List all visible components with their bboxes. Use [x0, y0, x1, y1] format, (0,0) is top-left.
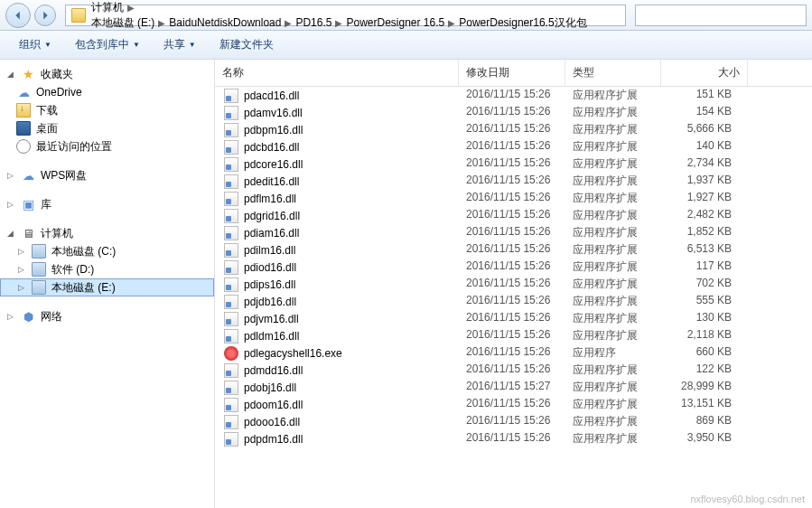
file-name: pdbpm16.dll	[244, 124, 303, 136]
collapse-icon[interactable]: ◢	[5, 229, 15, 239]
file-name: pdpdm16.dll	[244, 433, 303, 446]
file-type: 应用程序扩展	[565, 208, 661, 223]
sidebar-wps[interactable]: ▷☁WPS网盘	[0, 166, 214, 184]
chevron-right-icon: ▶	[333, 18, 344, 28]
share-button[interactable]: 共享▼	[154, 33, 206, 57]
file-name: pdmdd16.dll	[244, 364, 303, 377]
file-date: 2016/11/15 15:26	[459, 139, 565, 155]
file-row[interactable]: pdobj16.dll2016/11/15 15:27应用程序扩展28,999 …	[215, 379, 812, 396]
file-date: 2016/11/15 15:26	[459, 431, 565, 447]
sidebar-network[interactable]: ▷⬢网络	[0, 307, 214, 325]
dll-icon	[224, 260, 238, 275]
expand-icon[interactable]: ▷	[5, 312, 15, 322]
file-row[interactable]: pdamv16.dll2016/11/15 15:26应用程序扩展154 KB	[215, 104, 812, 121]
sidebar-recent[interactable]: 最近访问的位置	[0, 137, 214, 155]
expand-icon[interactable]: ▷	[5, 200, 15, 210]
file-row[interactable]: pdlegacyshell16.exe2016/11/15 15:26应用程序6…	[215, 344, 812, 362]
file-date: 2016/11/15 15:26	[459, 294, 565, 309]
sidebar-drive-d[interactable]: ▷软件 (D:)	[0, 260, 214, 278]
file-row[interactable]: pdbpm16.dll2016/11/15 15:26应用程序扩展5,666 K…	[215, 121, 812, 138]
file-name: pdips16.dll	[244, 278, 295, 291]
column-date[interactable]: 修改日期	[459, 60, 565, 86]
file-row[interactable]: pdjdb16.dll2016/11/15 15:26应用程序扩展555 KB	[215, 293, 812, 310]
column-type[interactable]: 类型	[565, 60, 661, 86]
file-row[interactable]: pdips16.dll2016/11/15 15:26应用程序扩展702 KB	[215, 276, 812, 293]
file-date: 2016/11/15 15:26	[459, 345, 565, 361]
dll-icon	[224, 312, 238, 326]
file-row[interactable]: pdacd16.dll2016/11/15 15:26应用程序扩展151 KB	[215, 87, 812, 104]
file-size: 555 KB	[661, 294, 748, 309]
breadcrumb-item[interactable]: 计算机	[89, 1, 126, 14]
new-folder-button[interactable]: 新建文件夹	[210, 33, 284, 57]
file-name: pdiam16.dll	[244, 227, 299, 240]
sidebar-computer[interactable]: ◢🖥计算机	[0, 224, 214, 242]
file-name: pdedit16.dll	[244, 175, 299, 188]
file-type: 应用程序扩展	[565, 259, 661, 275]
breadcrumb-item[interactable]: PowerDesigner16.5汉化包	[457, 16, 588, 29]
file-row[interactable]: pdcore16.dll2016/11/15 15:26应用程序扩展2,734 …	[215, 155, 812, 173]
sidebar-desktop[interactable]: 桌面	[0, 119, 214, 137]
network-icon: ⬢	[21, 309, 35, 324]
column-size[interactable]: 大小	[661, 60, 748, 86]
breadcrumb-item[interactable]: 本地磁盘 (E:)	[89, 16, 157, 29]
file-row[interactable]: pdgrid16.dll2016/11/15 15:26应用程序扩展2,482 …	[215, 207, 812, 224]
file-row[interactable]: pdiam16.dll2016/11/15 15:26应用程序扩展1,852 K…	[215, 224, 812, 241]
sidebar-downloads[interactable]: 下载	[0, 101, 214, 119]
file-row[interactable]: pdiod16.dll2016/11/15 15:26应用程序扩展117 KB	[215, 259, 812, 276]
file-date: 2016/11/15 15:26	[459, 277, 565, 292]
include-in-library-button[interactable]: 包含到库中▼	[65, 33, 150, 57]
breadcrumb-item[interactable]: BaiduNetdiskDownload	[167, 16, 283, 29]
sidebar-onedrive[interactable]: ☁OneDrive	[0, 83, 214, 101]
file-row[interactable]: pdmdd16.dll2016/11/15 15:26应用程序扩展122 KB	[215, 362, 812, 379]
dll-icon	[224, 278, 238, 292]
search-box[interactable]	[635, 5, 807, 26]
file-size: 1,927 KB	[661, 191, 748, 206]
file-date: 2016/11/15 15:26	[459, 311, 565, 326]
file-type: 应用程序扩展	[565, 362, 661, 378]
file-type: 应用程序扩展	[565, 277, 661, 292]
sidebar-libraries[interactable]: ▷▣库	[0, 195, 214, 213]
expand-icon[interactable]: ▷	[16, 247, 26, 257]
breadcrumb-item[interactable]: PowerDesigner 16.5	[344, 16, 446, 29]
expand-icon[interactable]: ▷	[16, 283, 26, 293]
organize-button[interactable]: 组织▼	[9, 33, 61, 57]
file-size: 151 KB	[661, 88, 748, 103]
file-date: 2016/11/15 15:26	[459, 191, 565, 206]
sidebar-favorites[interactable]: ◢★收藏夹	[0, 65, 214, 83]
breadcrumb-item[interactable]: PD16.5	[294, 16, 333, 29]
file-row[interactable]: pdcbd16.dll2016/11/15 15:26应用程序扩展140 KB	[215, 138, 812, 155]
breadcrumb-bar[interactable]: 计算机▶本地磁盘 (E:)▶BaiduNetdiskDownload▶PD16.…	[65, 5, 626, 26]
file-date: 2016/11/15 15:26	[459, 122, 565, 137]
nav-forward-button[interactable]	[34, 5, 56, 26]
file-date: 2016/11/15 15:26	[459, 328, 565, 343]
file-row[interactable]: pdoom16.dll2016/11/15 15:26应用程序扩展13,151 …	[215, 396, 812, 413]
file-row[interactable]: pdjvm16.dll2016/11/15 15:26应用程序扩展130 KB	[215, 310, 812, 327]
file-size: 869 KB	[661, 414, 748, 429]
file-row[interactable]: pdedit16.dll2016/11/15 15:26应用程序扩展1,937 …	[215, 173, 812, 190]
dll-icon	[224, 363, 238, 378]
file-row[interactable]: pdldm16.dll2016/11/15 15:26应用程序扩展2,118 K…	[215, 327, 812, 344]
column-name[interactable]: 名称	[215, 60, 459, 86]
file-date: 2016/11/15 15:26	[459, 242, 565, 258]
drive-icon	[32, 244, 46, 259]
expand-icon[interactable]: ▷	[5, 171, 15, 181]
file-row[interactable]: pdpdm16.dll2016/11/15 15:26应用程序扩展3,950 K…	[215, 430, 812, 447]
file-row[interactable]: pdooo16.dll2016/11/15 15:26应用程序扩展869 KB	[215, 413, 812, 430]
sidebar-drive-c[interactable]: ▷本地磁盘 (C:)	[0, 242, 214, 260]
expand-icon[interactable]: ▷	[16, 265, 26, 275]
file-row[interactable]: pdflm16.dll2016/11/15 15:26应用程序扩展1,927 K…	[215, 190, 812, 207]
file-name: pdacd16.dll	[244, 89, 299, 102]
chevron-right-icon: ▶	[126, 3, 136, 13]
file-size: 2,482 KB	[661, 208, 748, 223]
file-size: 702 KB	[661, 277, 748, 292]
file-size: 28,999 KB	[661, 380, 748, 395]
file-row[interactable]: pdilm16.dll2016/11/15 15:26应用程序扩展6,513 K…	[215, 241, 812, 259]
file-date: 2016/11/15 15:26	[459, 362, 565, 378]
nav-back-button[interactable]	[5, 3, 31, 28]
collapse-icon[interactable]: ◢	[5, 70, 15, 80]
file-date: 2016/11/15 15:26	[459, 156, 565, 172]
file-date: 2016/11/15 15:26	[459, 208, 565, 223]
cloud-icon: ☁	[16, 85, 31, 99]
address-bar: 计算机▶本地磁盘 (E:)▶BaiduNetdiskDownload▶PD16.…	[0, 0, 812, 31]
sidebar-drive-e[interactable]: ▷本地磁盘 (E:)	[0, 278, 214, 296]
